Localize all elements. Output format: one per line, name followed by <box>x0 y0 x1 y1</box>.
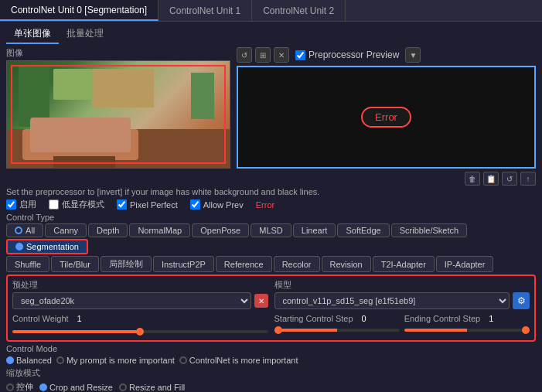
preprocessor-model-row: 预处理 seg_ofade20k ✕ 模型 control_v11p_sd15_… <box>12 279 530 309</box>
y-icon[interactable]: ▼ <box>405 47 421 63</box>
control-mode-row: Balanced My prompt is more important Con… <box>6 356 536 365</box>
image-section: 图像 ↺ ⊞ ✕ <box>6 47 536 169</box>
radio-balanced <box>6 356 14 364</box>
model-dropdown-row: control_v11p_sd15_seg [e1f51eb9] ⚙ <box>274 292 530 309</box>
scale-mode-label: 缩放模式 <box>6 367 536 379</box>
sub-tab-batch[interactable]: 批量处理 <box>59 25 111 44</box>
ctrl-ip[interactable]: IP-Adapter <box>436 256 494 272</box>
action-buttons: 🗑 📋 ↺ ↑ <box>465 172 536 186</box>
low-vram-checkbox[interactable] <box>49 199 59 210</box>
model-dropdown[interactable]: control_v11p_sd15_seg [e1f51eb9] <box>274 292 510 309</box>
checks-row: 启用 低显存模式 Pixel Perfect Allow Prev Error <box>6 199 536 210</box>
scale-mode-row: 控伸 Crop and Resize Resize and Fill <box>6 381 536 392</box>
tab-unit2[interactable]: ControlNet Unit 2 <box>252 0 346 21</box>
preprocessor-clear-btn[interactable]: ✕ <box>254 294 268 308</box>
ctrl-instructp2p[interactable]: InstructP2P <box>153 256 214 272</box>
ctrl-recolor[interactable]: Recolor <box>274 256 320 272</box>
pixel-perfect-checkbox[interactable] <box>117 199 127 210</box>
radio-fill <box>119 383 127 391</box>
enable-check[interactable]: 启用 <box>6 199 36 210</box>
left-image-panel: 图像 <box>6 47 230 169</box>
control-types-row2: Shuffle Tile/Blur 局部绘制 InstructP2P Refer… <box>6 256 536 272</box>
ending-step-slider[interactable] <box>404 329 530 332</box>
y-btn[interactable]: ▼ <box>405 47 421 63</box>
sliders-row: Control Weight 1 Starting Control Step 0 <box>12 312 530 337</box>
ctrl-reference[interactable]: Reference <box>216 256 272 272</box>
radio-all <box>15 227 22 234</box>
ctrl-segmentation[interactable]: Segmentation <box>6 239 88 254</box>
trash-icon-btn[interactable]: 🗑 <box>465 172 480 186</box>
enable-checkbox[interactable] <box>6 199 16 210</box>
room-sofa <box>22 129 138 160</box>
ending-step-val: 1 <box>483 314 499 323</box>
scale-mode-crop[interactable]: Crop and Resize <box>39 383 113 392</box>
ctrl-revision[interactable]: Revision <box>322 256 371 272</box>
low-vram-check[interactable]: 低显存模式 <box>49 199 104 210</box>
ctrl-scribble[interactable]: Scribble/Sketch <box>391 223 467 237</box>
preview-controls: ↺ ⊞ ✕ Preprocessor Preview ▼ <box>237 47 536 63</box>
error-badge: Error <box>361 107 411 128</box>
error-status-text: Error <box>256 200 274 210</box>
ctrl-lineart[interactable]: Lineart <box>293 223 336 237</box>
image-controls: 图像 <box>6 47 230 59</box>
mode-controlnet[interactable]: ControlNet is more important <box>179 356 298 365</box>
tab-unit1[interactable]: ControlNet Unit 1 <box>159 0 252 21</box>
starting-step-row: Starting Control Step 0 <box>274 314 400 323</box>
mode-prompt[interactable]: My prompt is more important <box>56 356 175 365</box>
ctrl-mlsd[interactable]: MLSD <box>251 223 291 237</box>
control-weight-slider[interactable] <box>12 330 268 333</box>
ctrl-canny[interactable]: Canny <box>45 223 87 237</box>
allow-preview-checkbox[interactable] <box>190 199 200 210</box>
radio-controlnet <box>179 356 187 364</box>
ctrl-normalmap[interactable]: NormalMap <box>129 223 190 237</box>
rotate-icon-btn[interactable]: ↺ <box>237 47 252 63</box>
preprocessor-preview-check: Preprocessor Preview <box>295 49 399 60</box>
ctrl-local[interactable]: 局部绘制 <box>101 256 152 272</box>
ctrl-softedge[interactable]: SoftEdge <box>337 223 389 237</box>
ctrl-openpose[interactable]: OpenPose <box>192 223 249 237</box>
ctrl-all[interactable]: All <box>6 223 43 237</box>
upload-icon-btn[interactable]: ↑ <box>520 172 536 186</box>
control-weight-row: Control Weight 1 <box>12 314 268 323</box>
ctrl-tile[interactable]: Tile/Blur <box>51 256 99 272</box>
ctrl-shuffle[interactable]: Shuffle <box>6 256 49 272</box>
steps-col: Starting Control Step 0 Ending Control S… <box>274 312 530 334</box>
starting-step-label: Starting Control Step <box>274 314 353 323</box>
sub-tab-bar: 单张图像 批量处理 <box>6 25 536 44</box>
info-bar: Set the preprocessor to [invert] if your… <box>6 187 536 196</box>
mode-balanced[interactable]: Balanced <box>6 356 52 365</box>
room-decor <box>92 69 154 107</box>
preprocessor-preview-checkbox[interactable] <box>295 50 305 60</box>
ctrl-t2i[interactable]: T2I-Adapter <box>373 256 435 272</box>
pixel-perfect-check[interactable]: Pixel Perfect <box>117 199 178 210</box>
control-mode-label: Control Mode <box>6 344 536 353</box>
radio-kongshen <box>6 383 14 391</box>
ctrl-depth[interactable]: Depth <box>88 223 128 237</box>
radio-seg <box>15 243 23 251</box>
model-col-label: 模型 <box>274 279 530 291</box>
radio-crop <box>39 383 47 391</box>
ending-step-row: Ending Control Step 1 <box>404 314 530 323</box>
main-content: 单张图像 批量处理 图像 <box>0 22 542 392</box>
right-preview-panel: ↺ ⊞ ✕ Preprocessor Preview ▼ Error <box>237 47 536 169</box>
room-plant <box>19 65 49 127</box>
model-refresh-btn[interactable]: ⚙ <box>513 292 530 309</box>
starting-step-slider[interactable] <box>274 329 400 332</box>
room-floor <box>7 129 230 168</box>
scale-mode-fill[interactable]: Resize and Fill <box>119 383 185 392</box>
preprocessor-dropdown[interactable]: seg_ofade20k <box>12 292 251 309</box>
scale-mode-kongshen[interactable]: 控伸 <box>6 381 33 392</box>
steps-labels: Starting Control Step 0 Ending Control S… <box>274 312 530 334</box>
preprocessor-col-label: 预处理 <box>12 279 268 291</box>
preprocessor-dropdown-row: seg_ofade20k ✕ <box>12 292 268 309</box>
starting-step-group: Starting Control Step 0 <box>274 312 400 334</box>
allow-preview-check[interactable]: Allow Prev <box>190 199 244 210</box>
zoom-icon-btn[interactable]: ⊞ <box>255 47 271 63</box>
settings-icon-btn[interactable]: ✕ <box>274 47 289 63</box>
copy-icon-btn[interactable]: 📋 <box>483 172 499 186</box>
preprocessor-model-section: 预处理 seg_ofade20k ✕ 模型 control_v11p_sd15_… <box>6 274 536 342</box>
tab-unit0[interactable]: ControlNet Unit 0 [Segmentation] <box>0 0 159 21</box>
refresh-icon-btn[interactable]: ↺ <box>502 172 517 186</box>
sub-tab-single[interactable]: 单张图像 <box>6 25 59 44</box>
image-box[interactable] <box>6 60 230 169</box>
